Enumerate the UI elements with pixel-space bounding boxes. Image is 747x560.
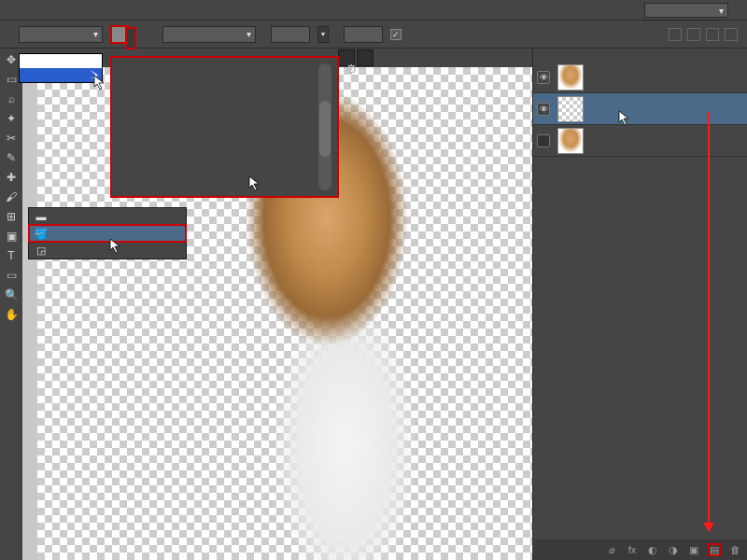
layer-row-hintergrund[interactable] [533,125,747,157]
zoom-tool-icon[interactable]: 🔍 [1,286,21,304]
heal-tool-icon[interactable]: ✚ [1,168,21,187]
material-fill-item[interactable]: ◲ [29,242,186,259]
tool-palette: ✥ ▭ ⌕ ✦ ✂ ✎ ✚ 🖌 ⊞ ▣ T ▭ 🔍 ✋ [0,49,22,560]
layer-row-ebene1[interactable]: 👁 [533,62,747,93]
layer-thumbnail[interactable] [557,128,584,154]
eyedrop-tool-icon[interactable]: ✎ [1,148,21,167]
pattern-settings-gear-icon[interactable]: ⚙ [344,62,359,77]
gradient-tool-icon: ▬ [35,210,48,223]
options-bar: ▾ ▾ ▾ ✓ [0,21,747,49]
lasso-tool-icon[interactable]: ⌕ [1,90,21,108]
lock-all-icon[interactable] [725,28,738,41]
visibility-toggle-icon[interactable] [537,134,550,147]
wand-tool-icon[interactable]: ✦ [1,109,21,128]
fill-source-dropdown[interactable]: ▾ [19,26,103,43]
tolerance-field[interactable] [344,26,383,43]
fill-source-muster[interactable] [20,68,102,82]
shape-tool-icon[interactable]: ▭ [1,266,21,285]
hand-tool-icon[interactable]: ✋ [1,305,21,324]
layer-thumbnail[interactable] [557,96,584,122]
fill-source-vordergrund[interactable] [20,54,102,68]
layers-panel: 👁 👁 [532,49,747,560]
layer-fx-icon[interactable]: fx [626,543,639,556]
lock-move-icon[interactable] [706,28,719,41]
bucket-tool-item[interactable]: 🪣 [29,225,186,242]
pattern-thumbnail[interactable] [110,25,129,44]
ruler-vertical [22,67,37,560]
top-right-options: ▾ [644,0,747,21]
link-layers-icon[interactable]: ⌀ [605,543,618,556]
material-fill-icon: ◲ [35,244,48,257]
pattern-picker-panel [110,56,339,198]
layer-mask-icon[interactable]: ◐ [646,543,659,556]
brush-tool-icon[interactable]: 🖌 [1,188,21,206]
opacity-field[interactable] [271,26,310,43]
fill-tool-flyout: ▬ 🪣 ◲ [28,207,187,259]
adjustment-layer-icon[interactable]: ◑ [667,543,680,556]
pattern-scrollbar[interactable] [318,63,331,190]
gradient-tool-item[interactable]: ▬ [29,208,186,225]
lock-pixels-icon[interactable] [669,28,682,41]
type-tool-icon[interactable]: T [1,246,21,265]
layer-thumbnail[interactable] [557,64,584,91]
new-layer-icon[interactable]: ▤ [708,543,721,556]
fill-source-menu [19,53,103,83]
opacity-stepper[interactable]: ▾ [317,26,329,43]
menu-bar [0,0,747,21]
bucket-tool-icon: 🪣 [35,227,48,240]
lock-position-icon[interactable] [687,28,700,41]
layers-panel-footer: ⌀ fx ◐ ◑ ▣ ▤ 🗑 [532,539,747,560]
delete-layer-icon[interactable]: 🗑 [728,543,741,556]
layer-row-ebene2[interactable]: 👁 [533,93,747,125]
visibility-toggle-icon[interactable]: 👁 [537,71,550,84]
pattern-scrollbar-thumb[interactable] [319,101,331,157]
visibility-toggle-icon[interactable]: 👁 [537,103,550,116]
fill-tool-icon[interactable]: ▣ [1,227,21,245]
stamp-tool-icon[interactable]: ⊞ [1,207,21,226]
annotation-arrow-1 [708,112,710,530]
crop-tool-icon[interactable]: ✂ [1,129,21,147]
document-tab-2[interactable] [357,49,374,66]
antialias-checkbox[interactable]: ✓ [390,29,402,40]
blend-mode-select[interactable]: ▾ [644,3,728,18]
layer-group-icon[interactable]: ▣ [687,543,700,556]
mode-dropdown[interactable]: ▾ [162,26,256,43]
